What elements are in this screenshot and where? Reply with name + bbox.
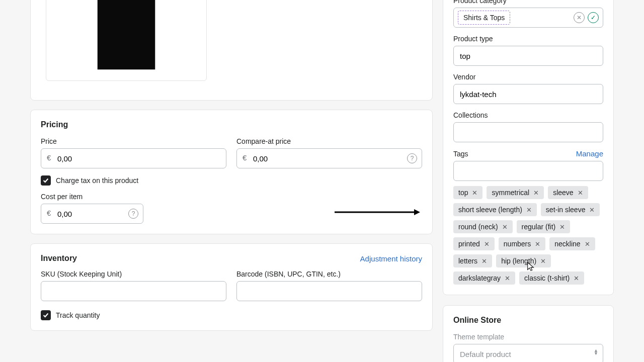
tags-input[interactable] — [453, 161, 603, 181]
pricing-title: Pricing — [41, 120, 422, 129]
svg-marker-2 — [414, 209, 420, 215]
tag-remove-icon[interactable]: ✕ — [558, 223, 566, 231]
confirm-category-icon[interactable]: ✓ — [588, 12, 599, 23]
inventory-title: Inventory — [41, 254, 77, 263]
remove-category-icon[interactable]: ✕ — [574, 12, 585, 23]
currency-symbol: € — [47, 153, 51, 162]
product-organization-card: Product organization i Product category … — [443, 0, 614, 295]
currency-symbol: € — [47, 209, 51, 217]
tag-label: neckline — [554, 240, 580, 248]
vendor-label: Vendor — [453, 73, 603, 81]
barcode-label: Barcode (ISBN, UPC, GTIN, etc.) — [236, 270, 422, 278]
compare-price-input[interactable] — [236, 148, 422, 168]
tag-remove-icon[interactable]: ✕ — [532, 189, 540, 197]
tag-label: round (neck) — [458, 223, 498, 231]
theme-select[interactable] — [453, 344, 603, 362]
category-input-wrap[interactable]: Shirts & Tops ✕ ✓ — [453, 8, 603, 28]
tag-remove-icon[interactable]: ✕ — [539, 257, 547, 265]
category-chip[interactable]: Shirts & Tops — [458, 11, 510, 25]
tag-label: sleeve — [553, 189, 573, 197]
theme-label: Theme template — [453, 333, 603, 341]
tag-remove-icon[interactable]: ✕ — [480, 257, 488, 265]
barcode-input[interactable] — [236, 281, 422, 301]
tag-label: symmetrical — [492, 189, 529, 197]
tag-remove-icon[interactable]: ✕ — [525, 206, 533, 214]
charge-tax-label: Charge tax on this product — [56, 176, 138, 185]
tag-chip: regular (fit)✕ — [517, 220, 571, 233]
compare-label: Compare-at price — [236, 137, 422, 145]
tag-chip: letters✕ — [453, 254, 492, 267]
sku-input[interactable] — [41, 281, 226, 301]
charge-tax-checkbox[interactable] — [41, 175, 51, 186]
tag-remove-icon[interactable]: ✕ — [573, 275, 580, 282]
tag-label: top — [458, 189, 468, 197]
price-label: Price — [41, 137, 226, 145]
tag-remove-icon[interactable]: ✕ — [471, 189, 478, 197]
tag-remove-icon[interactable]: ✕ — [501, 223, 509, 231]
tags-label: Tags — [453, 150, 468, 158]
tags-list: top✕symmetrical✕sleeve✕short sleeve (len… — [453, 186, 603, 285]
tag-remove-icon[interactable]: ✕ — [584, 240, 591, 248]
tag-remove-icon[interactable]: ✕ — [483, 240, 491, 248]
tag-chip: printed✕ — [453, 237, 495, 250]
tag-chip: hip (length)✕ — [496, 254, 551, 267]
cost-label: Cost per item — [41, 193, 143, 201]
tag-chip: short sleeve (length)✕ — [453, 203, 537, 216]
tag-chip: sleeve✕ — [548, 186, 588, 199]
inventory-card: Inventory Adjustment history SKU (Stock … — [30, 243, 433, 331]
tag-remove-icon[interactable]: ✕ — [534, 240, 541, 248]
sku-label: SKU (Stock Keeping Unit) — [41, 270, 226, 278]
online-store-card: Online Store Theme template ▲▼ — [443, 305, 614, 362]
adjustment-history-link[interactable]: Adjustment history — [360, 254, 422, 263]
product-image[interactable]: ᗯᕼITᗴ — [46, 0, 207, 81]
track-quantity-checkbox[interactable] — [41, 310, 51, 320]
collections-label: Collections — [453, 111, 603, 119]
tag-label: numbers — [504, 240, 531, 248]
track-quantity-label: Track quantity — [56, 311, 100, 319]
tag-label: set-in sleeve — [546, 206, 586, 214]
tag-chip: set-in sleeve✕ — [541, 203, 600, 216]
tag-chip: classic (t-shirt)✕ — [519, 272, 584, 285]
tag-chip: neckline✕ — [549, 237, 595, 250]
currency-symbol: € — [243, 153, 247, 162]
tag-chip: symmetrical✕ — [487, 186, 544, 199]
category-label: Product category — [453, 0, 603, 5]
media-card: ᗯᕼITᗴ Add from URL — [30, 0, 433, 101]
online-store-title: Online Store — [453, 316, 603, 325]
tag-chip: numbers✕ — [499, 237, 545, 250]
tag-label: darkslategray — [458, 274, 501, 282]
tag-label: short sleeve (length) — [458, 206, 522, 214]
tag-label: letters — [458, 257, 477, 265]
help-icon[interactable]: ? — [128, 209, 138, 219]
tag-label: regular (fit) — [522, 223, 556, 231]
tag-chip: top✕ — [453, 186, 482, 199]
help-icon[interactable]: ? — [407, 153, 417, 163]
collections-input[interactable] — [453, 122, 603, 142]
tag-chip: round (neck)✕ — [453, 220, 513, 233]
tag-label: classic (t-shirt) — [524, 274, 570, 282]
tag-label: hip (length) — [501, 257, 536, 265]
tag-remove-icon[interactable]: ✕ — [588, 206, 596, 214]
type-label: Product type — [453, 35, 603, 43]
manage-tags-link[interactable]: Manage — [576, 149, 603, 158]
pointer-arrow — [335, 209, 420, 216]
tag-chip: darkslategray✕ — [453, 272, 515, 285]
tag-remove-icon[interactable]: ✕ — [504, 275, 511, 282]
chevron-updown-icon: ▲▼ — [594, 349, 598, 355]
tag-label: printed — [458, 240, 480, 248]
product-type-input[interactable] — [453, 46, 603, 66]
price-input[interactable] — [41, 148, 226, 168]
tag-remove-icon[interactable]: ✕ — [577, 189, 584, 197]
vendor-input[interactable] — [453, 84, 603, 104]
